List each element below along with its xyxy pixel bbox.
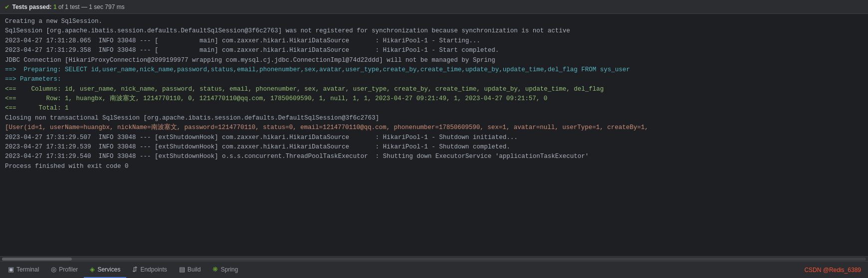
csdn-badge: CSDN @Redis_6389 [804,262,866,278]
scrollbar-track [2,258,866,261]
spring-icon: ❋ [213,266,218,273]
tab-profiler[interactable]: ◎Profiler [45,262,84,278]
build-icon: ▤ [179,266,185,273]
tests-passed-label: Tests passed: [12,3,51,10]
tests-duration: — 1 sec 797 ms [81,3,125,10]
log-line: Closing non transactional SqlSession [or… [5,114,863,123]
tab-terminal[interactable]: ▣Terminal [2,262,45,278]
terminal-icon: ▣ [8,266,14,273]
status-text: Tests passed: 1 of 1 test — 1 sec 797 ms [12,3,124,10]
log-line: JDBC Connection [HikariProxyConnection@2… [5,56,863,65]
profiler-icon: ◎ [51,266,56,273]
scrollbar-thumb[interactable] [2,258,72,261]
csdn-badge-text: CSDN @Redis_6389 [804,267,861,274]
services-icon: ◈ [90,266,95,273]
tab-services[interactable]: ◈Services [84,262,126,278]
log-line: SqlSession [org.apache.ibatis.session.de… [5,26,863,36]
tests-detail: of 1 test [58,3,80,10]
profiler-label: Profiler [59,266,78,273]
tab-spring[interactable]: ❋Spring [207,262,244,278]
console-output: Creating a new SqlSession.SqlSession [or… [0,14,868,256]
log-line: <== Row: 1, huangbx, 南波塞文, 1214770110, 0… [5,94,863,104]
services-label: Services [97,266,120,273]
tab-bar: ▣Terminal◎Profiler◈Services⇵Endpoints▤Bu… [0,261,868,278]
log-line: 2023-04-27 17:31:29.507 INFO 33048 --- [… [5,133,863,142]
log-line: <== Total: 1 [5,104,863,113]
log-line: Creating a new SqlSession. [5,17,863,26]
log-line: ==> Parameters: [5,75,863,84]
terminal-label: Terminal [16,266,39,273]
log-line: 2023-04-27 17:31:29.539 INFO 33048 --- [… [5,142,863,152]
log-line: <== Columns: id, user_name, nick_name, p… [5,85,863,94]
tests-passed-count: 1 [53,3,57,10]
log-line: 2023-04-27 17:31:28.065 INFO 33048 --- [… [5,36,863,46]
log-line: Process finished with exit code 0 [5,162,863,171]
log-line: ==> Preparing: SELECT id,user_name,nick_… [5,65,863,75]
spring-label: Spring [220,266,238,273]
status-bar: ✔ Tests passed: 1 of 1 test — 1 sec 797 … [0,0,868,14]
log-line: 2023-04-27 17:31:29.358 INFO 33048 --- [… [5,46,863,55]
endpoints-label: Endpoints [140,266,167,273]
log-line: [User(id=1, userName=huangbx, nickName=南… [5,123,863,133]
scrollbar-area[interactable] [0,256,868,261]
build-label: Build [188,266,201,273]
tab-build[interactable]: ▤Build [173,262,207,278]
endpoints-icon: ⇵ [132,266,138,273]
check-icon: ✔ [5,2,9,11]
log-line: 2023-04-27 17:31:29.540 INFO 33048 --- [… [5,152,863,161]
tab-endpoints[interactable]: ⇵Endpoints [126,262,173,278]
